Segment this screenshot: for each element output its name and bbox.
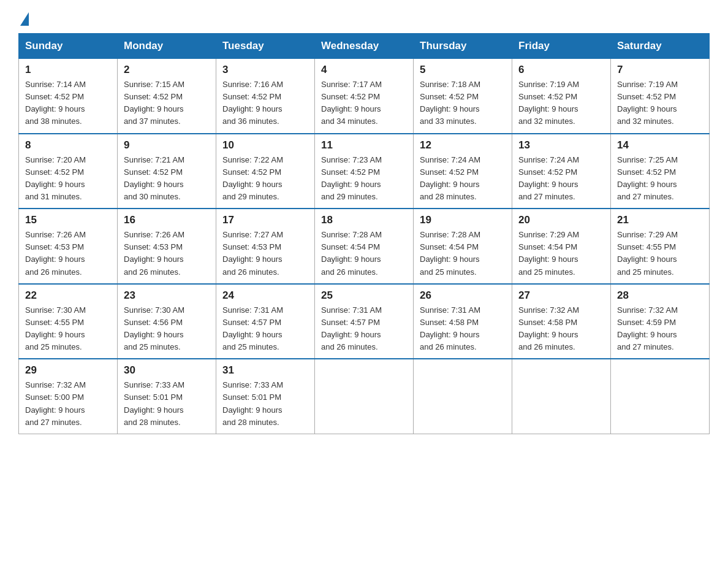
calendar-week-row: 15Sunrise: 7:26 AMSunset: 4:53 PMDayligh… xyxy=(19,209,710,284)
day-number: 3 xyxy=(222,64,308,76)
day-number: 21 xyxy=(617,214,703,226)
logo-triangle-icon xyxy=(20,12,29,26)
day-info: Sunrise: 7:20 AMSunset: 4:52 PMDaylight:… xyxy=(25,155,86,201)
calendar-day-cell: 21Sunrise: 7:29 AMSunset: 4:55 PMDayligh… xyxy=(611,209,710,284)
day-number: 20 xyxy=(518,214,604,226)
calendar-day-cell xyxy=(512,359,611,434)
day-number: 2 xyxy=(124,64,210,76)
calendar-day-cell: 12Sunrise: 7:24 AMSunset: 4:52 PMDayligh… xyxy=(414,134,512,209)
calendar-day-cell: 26Sunrise: 7:31 AMSunset: 4:58 PMDayligh… xyxy=(414,284,512,359)
weekday-header-friday: Friday xyxy=(512,34,611,59)
day-info: Sunrise: 7:24 AMSunset: 4:52 PMDaylight:… xyxy=(518,155,579,201)
calendar-day-cell: 10Sunrise: 7:22 AMSunset: 4:52 PMDayligh… xyxy=(216,134,315,209)
day-number: 30 xyxy=(124,364,210,377)
weekday-header-sunday: Sunday xyxy=(19,34,118,59)
calendar-day-cell: 1Sunrise: 7:14 AMSunset: 4:52 PMDaylight… xyxy=(19,59,118,134)
day-info: Sunrise: 7:32 AMSunset: 4:59 PMDaylight:… xyxy=(617,305,678,351)
day-number: 19 xyxy=(420,214,506,226)
weekday-header-row: SundayMondayTuesdayWednesdayThursdayFrid… xyxy=(19,34,710,59)
calendar-day-cell: 22Sunrise: 7:30 AMSunset: 4:55 PMDayligh… xyxy=(19,284,118,359)
calendar-day-cell: 27Sunrise: 7:32 AMSunset: 4:58 PMDayligh… xyxy=(512,284,611,359)
day-number: 24 xyxy=(222,289,308,302)
calendar-day-cell: 18Sunrise: 7:28 AMSunset: 4:54 PMDayligh… xyxy=(315,209,414,284)
day-number: 8 xyxy=(25,139,111,151)
day-number: 5 xyxy=(420,64,506,76)
day-info: Sunrise: 7:27 AMSunset: 4:53 PMDaylight:… xyxy=(222,230,283,276)
day-info: Sunrise: 7:21 AMSunset: 4:52 PMDaylight:… xyxy=(124,155,184,201)
calendar-day-cell: 7Sunrise: 7:19 AMSunset: 4:52 PMDaylight… xyxy=(611,59,710,134)
calendar-week-row: 22Sunrise: 7:30 AMSunset: 4:55 PMDayligh… xyxy=(19,284,710,359)
calendar-day-cell: 11Sunrise: 7:23 AMSunset: 4:52 PMDayligh… xyxy=(315,134,414,209)
day-info: Sunrise: 7:29 AMSunset: 4:55 PMDaylight:… xyxy=(617,230,678,276)
day-info: Sunrise: 7:16 AMSunset: 4:52 PMDaylight:… xyxy=(222,80,283,126)
day-number: 6 xyxy=(518,64,604,76)
day-number: 4 xyxy=(321,64,407,76)
calendar-day-cell: 17Sunrise: 7:27 AMSunset: 4:53 PMDayligh… xyxy=(216,209,315,284)
day-number: 29 xyxy=(25,364,111,377)
day-info: Sunrise: 7:24 AMSunset: 4:52 PMDaylight:… xyxy=(420,155,480,201)
day-number: 7 xyxy=(617,64,703,76)
day-info: Sunrise: 7:31 AMSunset: 4:58 PMDaylight:… xyxy=(420,305,480,351)
day-info: Sunrise: 7:15 AMSunset: 4:52 PMDaylight:… xyxy=(124,80,184,126)
logo xyxy=(18,12,29,21)
day-info: Sunrise: 7:28 AMSunset: 4:54 PMDaylight:… xyxy=(420,230,480,276)
day-info: Sunrise: 7:17 AMSunset: 4:52 PMDaylight:… xyxy=(321,80,382,126)
day-number: 12 xyxy=(420,139,506,151)
calendar-week-row: 1Sunrise: 7:14 AMSunset: 4:52 PMDaylight… xyxy=(19,59,710,134)
day-number: 17 xyxy=(222,214,308,226)
calendar-day-cell: 5Sunrise: 7:18 AMSunset: 4:52 PMDaylight… xyxy=(414,59,512,134)
calendar-day-cell: 29Sunrise: 7:32 AMSunset: 5:00 PMDayligh… xyxy=(19,359,118,434)
day-info: Sunrise: 7:33 AMSunset: 5:01 PMDaylight:… xyxy=(222,380,283,426)
weekday-header-wednesday: Wednesday xyxy=(315,34,414,59)
page-header xyxy=(18,12,710,21)
calendar-day-cell: 28Sunrise: 7:32 AMSunset: 4:59 PMDayligh… xyxy=(611,284,710,359)
day-number: 9 xyxy=(124,139,210,151)
day-info: Sunrise: 7:18 AMSunset: 4:52 PMDaylight:… xyxy=(420,80,480,126)
calendar-day-cell: 25Sunrise: 7:31 AMSunset: 4:57 PMDayligh… xyxy=(315,284,414,359)
weekday-header-monday: Monday xyxy=(118,34,216,59)
calendar-day-cell: 8Sunrise: 7:20 AMSunset: 4:52 PMDaylight… xyxy=(19,134,118,209)
day-info: Sunrise: 7:19 AMSunset: 4:52 PMDaylight:… xyxy=(617,80,678,126)
day-number: 28 xyxy=(617,289,703,302)
calendar-day-cell: 20Sunrise: 7:29 AMSunset: 4:54 PMDayligh… xyxy=(512,209,611,284)
day-number: 26 xyxy=(420,289,506,302)
calendar-day-cell xyxy=(315,359,414,434)
calendar-day-cell: 15Sunrise: 7:26 AMSunset: 4:53 PMDayligh… xyxy=(19,209,118,284)
day-number: 15 xyxy=(25,214,111,226)
day-number: 25 xyxy=(321,289,407,302)
day-info: Sunrise: 7:14 AMSunset: 4:52 PMDaylight:… xyxy=(25,80,86,126)
calendar-week-row: 8Sunrise: 7:20 AMSunset: 4:52 PMDaylight… xyxy=(19,134,710,209)
day-number: 1 xyxy=(25,64,111,76)
day-info: Sunrise: 7:23 AMSunset: 4:52 PMDaylight:… xyxy=(321,155,382,201)
day-info: Sunrise: 7:30 AMSunset: 4:55 PMDaylight:… xyxy=(25,305,86,351)
day-info: Sunrise: 7:22 AMSunset: 4:52 PMDaylight:… xyxy=(222,155,283,201)
calendar-table: SundayMondayTuesdayWednesdayThursdayFrid… xyxy=(18,33,710,434)
day-info: Sunrise: 7:28 AMSunset: 4:54 PMDaylight:… xyxy=(321,230,382,276)
day-number: 22 xyxy=(25,289,111,302)
calendar-day-cell: 31Sunrise: 7:33 AMSunset: 5:01 PMDayligh… xyxy=(216,359,315,434)
day-number: 27 xyxy=(518,289,604,302)
day-number: 10 xyxy=(222,139,308,151)
day-number: 31 xyxy=(222,364,308,377)
weekday-header-saturday: Saturday xyxy=(611,34,710,59)
day-number: 23 xyxy=(124,289,210,302)
day-number: 11 xyxy=(321,139,407,151)
day-number: 16 xyxy=(124,214,210,226)
day-info: Sunrise: 7:32 AMSunset: 4:58 PMDaylight:… xyxy=(518,305,579,351)
calendar-day-cell: 4Sunrise: 7:17 AMSunset: 4:52 PMDaylight… xyxy=(315,59,414,134)
day-info: Sunrise: 7:33 AMSunset: 5:01 PMDaylight:… xyxy=(124,380,184,426)
weekday-header-thursday: Thursday xyxy=(414,34,512,59)
day-number: 13 xyxy=(518,139,604,151)
calendar-day-cell: 23Sunrise: 7:30 AMSunset: 4:56 PMDayligh… xyxy=(118,284,216,359)
logo-general xyxy=(18,12,29,23)
day-info: Sunrise: 7:31 AMSunset: 4:57 PMDaylight:… xyxy=(222,305,283,351)
day-number: 18 xyxy=(321,214,407,226)
day-info: Sunrise: 7:26 AMSunset: 4:53 PMDaylight:… xyxy=(124,230,184,276)
day-info: Sunrise: 7:19 AMSunset: 4:52 PMDaylight:… xyxy=(518,80,579,126)
day-info: Sunrise: 7:29 AMSunset: 4:54 PMDaylight:… xyxy=(518,230,579,276)
calendar-day-cell: 19Sunrise: 7:28 AMSunset: 4:54 PMDayligh… xyxy=(414,209,512,284)
calendar-day-cell: 30Sunrise: 7:33 AMSunset: 5:01 PMDayligh… xyxy=(118,359,216,434)
calendar-day-cell: 16Sunrise: 7:26 AMSunset: 4:53 PMDayligh… xyxy=(118,209,216,284)
calendar-day-cell: 9Sunrise: 7:21 AMSunset: 4:52 PMDaylight… xyxy=(118,134,216,209)
day-info: Sunrise: 7:25 AMSunset: 4:52 PMDaylight:… xyxy=(617,155,678,201)
